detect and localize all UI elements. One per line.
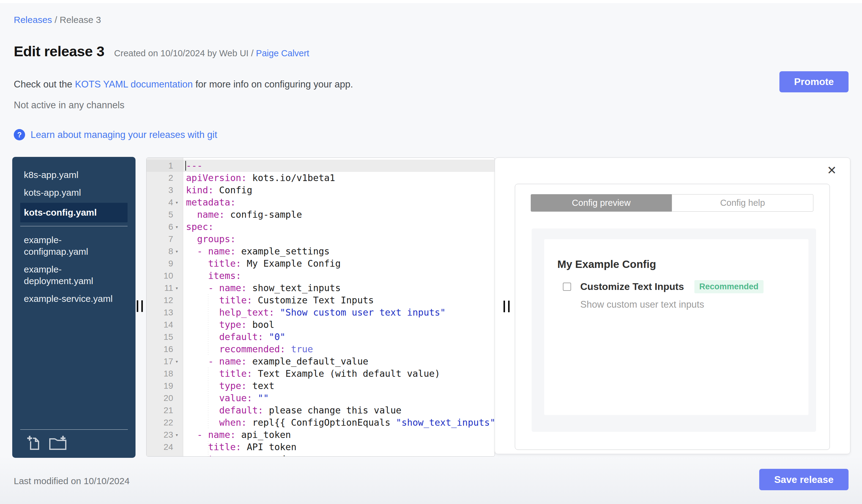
fold-arrow-icon[interactable]: ▾ <box>173 359 181 364</box>
promote-button[interactable]: Promote <box>780 71 849 92</box>
tab-config-preview[interactable]: Config preview <box>531 194 672 212</box>
line-number: 6 <box>168 222 173 232</box>
line-number: 9 <box>168 259 173 268</box>
line-number: 15 <box>164 332 173 342</box>
line-number: 21 <box>164 406 173 415</box>
fold-arrow-icon[interactable]: ▾ <box>173 249 181 254</box>
gutter-line-25: 25 <box>146 453 183 456</box>
sidebar-item-k8s-app.yaml[interactable]: k8s-app.yaml <box>20 167 128 183</box>
gutter-line-19: 19 <box>146 380 183 392</box>
code-line-6[interactable]: spec: <box>183 221 495 233</box>
code-line-15[interactable]: default: "0" <box>183 331 495 343</box>
code-line-21[interactable]: default: please change this value <box>183 404 495 416</box>
preview-resize-handle[interactable] <box>504 301 510 312</box>
gutter-line-2: 2 <box>146 172 183 184</box>
code-line-22[interactable]: when: repl{{ ConfigOptionEquals "show_te… <box>183 416 495 429</box>
code-line-8[interactable]: - name: example_settings <box>183 245 495 257</box>
fold-arrow-icon[interactable]: ▾ <box>173 433 181 437</box>
gutter-line-23: 23▾ <box>146 429 183 441</box>
config-option-row: Customize Text Inputs Recommended <box>563 280 763 293</box>
save-release-button[interactable]: Save release <box>759 469 849 490</box>
new-folder-icon[interactable] <box>49 435 67 450</box>
line-number: 18 <box>164 369 173 379</box>
line-number: 16 <box>164 344 173 354</box>
yaml-editor[interactable]: 1234▾56▾78▾91011▾121314151617▾1819202122… <box>146 158 495 456</box>
code-line-25[interactable]: type: password <box>183 453 495 456</box>
close-icon[interactable]: ✕ <box>827 164 837 176</box>
code-line-7[interactable]: groups: <box>183 233 495 245</box>
author-link[interactable]: Paige Calvert <box>256 48 309 58</box>
gutter-line-5: 5 <box>146 209 183 221</box>
fold-arrow-icon[interactable]: ▾ <box>173 225 181 229</box>
gutter-line-21: 21 <box>146 404 183 416</box>
line-number: 19 <box>164 381 173 391</box>
code-line-1[interactable]: --- <box>183 160 495 172</box>
file-sidebar: k8s-app.yamlkots-app.yamlkots-config.yam… <box>12 157 135 458</box>
code-line-11[interactable]: - name: show_text_inputs <box>183 282 495 294</box>
created-text: Created on 10/10/2024 by Web UI / <box>114 48 256 58</box>
line-number: 23 <box>164 430 173 440</box>
code-line-19[interactable]: type: text <box>183 380 495 392</box>
page-title: Edit release 3 <box>14 43 104 59</box>
sidebar-resize-handle[interactable] <box>137 300 143 312</box>
code-line-4[interactable]: metadata: <box>183 196 495 209</box>
breadcrumb-releases-link[interactable]: Releases <box>14 15 52 25</box>
code-line-9[interactable]: title: My Example Config <box>183 257 495 270</box>
gutter-line-13: 13 <box>146 306 183 319</box>
gutter-line-3: 3 <box>146 184 183 196</box>
tab-config-help[interactable]: Config help <box>672 194 813 212</box>
editor-code[interactable]: ---apiVersion: kots.io/v1beta1kind: Conf… <box>183 158 495 456</box>
title-row: Edit release 3 Created on 10/10/2024 by … <box>14 43 309 59</box>
code-line-17[interactable]: - name: example_default_value <box>183 355 495 368</box>
new-file-icon[interactable] <box>27 435 42 450</box>
sidebar-item-example-service.yaml[interactable]: example-service.yaml <box>20 291 128 306</box>
sidebar-item-kots-config.yaml[interactable]: kots-config.yaml <box>20 203 128 222</box>
code-line-14[interactable]: type: bool <box>183 319 495 331</box>
code-line-18[interactable]: title: Text Example (with default value) <box>183 368 495 380</box>
sidebar-item-example-configmap.yaml[interactable]: example-configmap.yaml <box>20 233 128 259</box>
gutter-line-10: 10 <box>146 270 183 282</box>
code-line-12[interactable]: title: Customize Text Inputs <box>183 294 495 306</box>
line-number: 5 <box>168 210 173 220</box>
line-number: 14 <box>164 320 173 330</box>
gutter-line-4: 4▾ <box>146 196 183 209</box>
fold-arrow-icon[interactable]: ▾ <box>173 200 181 205</box>
code-line-23[interactable]: - name: api_token <box>183 429 495 441</box>
gutter-line-8: 8▾ <box>146 245 183 257</box>
option-label: Customize Text Inputs <box>580 281 684 292</box>
gutter-line-18: 18 <box>146 368 183 380</box>
docs-prefix: Check out the <box>14 79 75 90</box>
release-editor-page: Releases / Release 3 Edit release 3 Crea… <box>0 0 862 504</box>
code-line-20[interactable]: value: "" <box>183 392 495 404</box>
code-line-2[interactable]: apiVersion: kots.io/v1beta1 <box>183 172 495 184</box>
preview-tabs: Config previewConfig help <box>531 194 813 212</box>
line-number: 3 <box>168 185 173 195</box>
code-line-3[interactable]: kind: Config <box>183 184 495 196</box>
line-number: 25 <box>164 454 173 456</box>
code-line-16[interactable]: recommended: true <box>183 343 495 355</box>
code-line-10[interactable]: items: <box>183 270 495 282</box>
gutter-line-14: 14 <box>146 319 183 331</box>
config-preview-panel: ✕ Config previewConfig help My Example C… <box>495 158 850 454</box>
last-modified-text: Last modified on 10/10/2024 <box>14 476 130 486</box>
sidebar-footer <box>20 429 128 452</box>
gutter-line-22: 22 <box>146 416 183 429</box>
line-number: 24 <box>164 442 173 452</box>
code-line-24[interactable]: title: API token <box>183 441 495 453</box>
recommended-badge: Recommended <box>694 280 763 293</box>
kots-docs-link[interactable]: KOTS YAML documentation <box>75 79 193 90</box>
sidebar-item-example-deployment.yaml[interactable]: example-deployment.yaml <box>20 262 128 289</box>
fold-arrow-icon[interactable]: ▾ <box>173 286 181 291</box>
line-number: 13 <box>164 308 173 317</box>
config-card: My Example Config Customize Text Inputs … <box>544 239 809 415</box>
option-checkbox[interactable] <box>563 282 571 291</box>
line-number: 8 <box>168 247 173 256</box>
learn-git-link[interactable]: ? Learn about managing your releases wit… <box>14 129 217 141</box>
gutter-line-24: 24 <box>146 441 183 453</box>
line-number: 1 <box>168 161 173 171</box>
sidebar-item-kots-app.yaml[interactable]: kots-app.yaml <box>20 185 128 200</box>
code-line-13[interactable]: help_text: "Show custom user text inputs… <box>183 306 495 319</box>
preview-inner-box: Config previewConfig help My Example Con… <box>515 184 830 450</box>
gutter-line-16: 16 <box>146 343 183 355</box>
code-line-5[interactable]: name: config-sample <box>183 209 495 221</box>
